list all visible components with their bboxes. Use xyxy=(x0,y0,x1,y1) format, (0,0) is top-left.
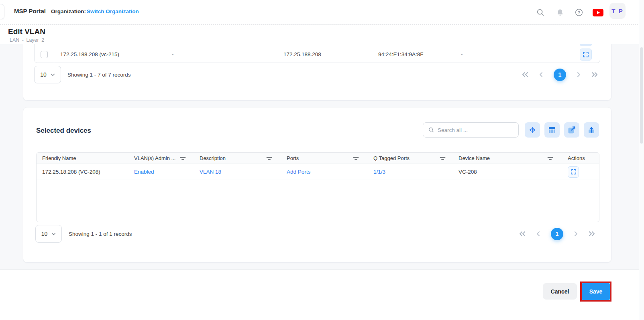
value-cell: - xyxy=(458,51,578,57)
section-title: Selected devices xyxy=(36,127,91,135)
filter-icon[interactable] xyxy=(266,156,272,161)
column-header-device-name: Device Name xyxy=(451,153,559,164)
fit-columns-button[interactable] xyxy=(525,122,540,138)
device-name-cell: VC-208 xyxy=(451,169,559,175)
page-size-value: 10 xyxy=(40,71,47,78)
organization-label: Organization: xyxy=(51,8,86,14)
page-header: Edit VLAN LAN - Layer 2 xyxy=(0,25,644,44)
app-title: MSP Portal xyxy=(14,8,46,14)
next-page-icon[interactable] xyxy=(574,231,578,237)
help-icon[interactable]: ? xyxy=(573,7,585,18)
ip-address-cell: 172.25.188.208 xyxy=(277,51,373,57)
column-header-vlan-admin: VLAN(s) Admin ... xyxy=(128,153,192,164)
open-external-button[interactable] xyxy=(564,122,579,138)
save-button[interactable]: Save xyxy=(582,283,610,300)
vlan-admin-state: Enabled xyxy=(128,169,192,175)
expand-icon xyxy=(580,44,592,46)
sidebar-collapse-tab[interactable] xyxy=(0,4,4,19)
actions-cell xyxy=(578,49,600,61)
filter-icon[interactable] xyxy=(353,156,359,161)
records-summary: Showing 1 - 1 of 1 records xyxy=(65,225,132,243)
selected-devices-card: Selected devices Friendly Name VLAN(s) A… xyxy=(23,107,611,263)
column-header-description: Description xyxy=(192,153,278,164)
notifications-bell-icon[interactable] xyxy=(554,7,566,18)
next-page-icon[interactable] xyxy=(577,72,581,77)
q-tagged-ports-link[interactable]: 1/1/3 xyxy=(373,169,385,175)
last-page-icon[interactable] xyxy=(591,72,598,77)
prev-page-icon[interactable] xyxy=(536,231,540,237)
footer-bar: Cancel Save xyxy=(0,269,644,320)
expand-icon xyxy=(570,168,577,175)
search-icon[interactable] xyxy=(535,7,546,18)
expand-row-button[interactable] xyxy=(568,166,579,178)
add-ports-link[interactable]: Add Ports xyxy=(287,169,310,175)
first-page-icon[interactable] xyxy=(522,72,528,77)
upload-button[interactable] xyxy=(584,122,599,138)
page-title: Edit VLAN xyxy=(8,27,45,36)
devices-card: 172.25.188.208 (vc-215) - 172.25.188.208… xyxy=(23,44,611,101)
table-header-row: Friendly Name VLAN(s) Admin ... Descript… xyxy=(37,153,599,164)
open-external-icon xyxy=(567,125,577,135)
devices-table: 172.25.188.208 (vc-215) - 172.25.188.208… xyxy=(34,44,600,63)
filter-icon[interactable] xyxy=(180,156,186,161)
chevron-down-icon xyxy=(51,233,56,235)
devices-pagination: 10 Showing 1 - 7 of 7 records 1 xyxy=(34,65,600,84)
friendly-name-cell: 172.25.18.208 (VC-208) xyxy=(37,169,128,175)
search-box xyxy=(423,122,519,138)
checkbox-column xyxy=(35,44,54,46)
filter-icon[interactable] xyxy=(547,156,553,161)
selected-devices-table: Friendly Name VLAN(s) Admin ... Descript… xyxy=(36,152,599,222)
friendly-name-cell: 172.25.188.208 (vc-215) xyxy=(54,51,169,57)
chevron-down-icon xyxy=(51,73,55,76)
search-input[interactable] xyxy=(438,127,518,133)
current-page-button[interactable]: 1 xyxy=(554,69,566,81)
column-header-ports: Ports xyxy=(278,153,365,164)
last-page-icon[interactable] xyxy=(589,231,595,237)
search-icon xyxy=(428,127,434,133)
filter-icon[interactable] xyxy=(440,156,446,161)
description-cell: VLAN 18 xyxy=(192,169,278,175)
row-checkbox[interactable] xyxy=(41,51,48,58)
expand-row-button[interactable] xyxy=(580,49,592,61)
records-summary: Showing 1 - 7 of 7 records xyxy=(63,65,131,84)
save-button-highlight: Save xyxy=(580,282,611,302)
organization-link[interactable]: Switch Organization xyxy=(87,8,139,14)
youtube-icon[interactable] xyxy=(592,7,603,18)
vertical-scrollbar[interactable] xyxy=(639,0,644,320)
page-size-select[interactable]: 10 xyxy=(34,66,61,83)
fit-columns-icon xyxy=(528,125,537,135)
page-subtitle: LAN - Layer 2 xyxy=(10,37,44,43)
selected-devices-pagination: 10 Showing 1 - 1 of 1 records 1 xyxy=(35,225,600,243)
user-avatar[interactable]: T P xyxy=(609,3,626,19)
pager: 1 xyxy=(522,65,598,84)
columns-icon xyxy=(547,125,557,135)
current-page-button[interactable]: 1 xyxy=(551,228,563,240)
page-size-value: 10 xyxy=(41,231,48,237)
table-row: 172.25.188.208 (vc-215) - 172.25.188.208… xyxy=(35,46,600,63)
prev-page-icon[interactable] xyxy=(539,72,543,77)
column-header-q-tagged-ports: Q Tagged Ports xyxy=(365,153,451,164)
columns-button[interactable] xyxy=(544,122,560,138)
upload-icon xyxy=(587,125,596,135)
column-header-friendly-name: Friendly Name xyxy=(37,153,128,164)
column-header-actions: Actions xyxy=(559,153,599,164)
top-bar: MSP Portal Organization: Switch Organiza… xyxy=(0,0,644,25)
svg-text:?: ? xyxy=(578,10,580,15)
pager: 1 xyxy=(519,225,595,243)
page-size-select[interactable]: 10 xyxy=(35,225,62,243)
mac-address-cell: 94:24:E1:34:9A:8F xyxy=(373,51,458,57)
first-page-icon[interactable] xyxy=(519,231,526,237)
table-row: 172.25.18.208 (VC-208) Enabled VLAN 18 A… xyxy=(37,164,599,180)
cancel-button[interactable]: Cancel xyxy=(543,283,577,300)
value-cell: - xyxy=(169,51,277,57)
row-checkbox-cell xyxy=(35,46,54,63)
scrollbar-thumb[interactable] xyxy=(640,47,643,144)
